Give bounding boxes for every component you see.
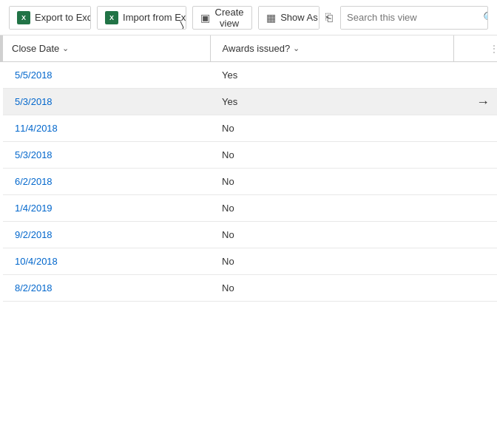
table-row[interactable]: 5/3/2018No <box>1 142 497 169</box>
row-arrow-cell <box>453 222 497 248</box>
export-excel-button[interactable]: X Export to Excel <box>10 7 91 29</box>
awards-issued-label: Awards issued? <box>223 43 291 54</box>
row-arrow-cell <box>453 248 497 275</box>
row-arrow-cell <box>453 62 497 89</box>
row-arrow-cell: → <box>453 89 497 115</box>
table-row[interactable]: 9/2/2018No <box>1 222 497 248</box>
show-as-group: ▦ Show As ▼ <box>258 6 320 30</box>
excel-import-icon: X <box>105 11 118 24</box>
search-button[interactable]: 🔍 <box>477 7 488 29</box>
awards-issued-cell: No <box>210 195 453 222</box>
row-navigate-arrow[interactable]: → <box>476 94 490 109</box>
close-date-cell: 10/4/2018 <box>1 248 210 275</box>
data-table: Close Date ⌄ Awards issued? ⌄ ⋮ <box>0 35 497 302</box>
table-row[interactable]: 6/2/2018No <box>1 169 497 195</box>
column-header-close-date[interactable]: Close Date ⌄ <box>1 35 210 62</box>
awards-issued-cell: No <box>210 248 453 275</box>
import-excel-label: Import from Excel <box>123 12 186 23</box>
search-area: ⎗ 🔍 <box>325 6 488 30</box>
show-as-label: Show As <box>280 12 318 23</box>
show-as-button[interactable]: ▦ Show As <box>259 7 320 29</box>
search-input[interactable] <box>341 7 477 29</box>
export-excel-label: Export to Excel <box>35 12 91 23</box>
sort-icon-awards-issued: ⌄ <box>293 44 300 53</box>
search-box: 🔍 <box>340 6 488 30</box>
close-date-label: Close Date <box>12 43 59 54</box>
import-excel-button[interactable]: X Import from Excel <box>98 7 186 29</box>
close-date-cell: 5/5/2018 <box>1 62 210 89</box>
awards-issued-cell: No <box>210 142 453 169</box>
awards-issued-cell: Yes <box>210 62 453 89</box>
table-header-row: Close Date ⌄ Awards issued? ⌄ ⋮ <box>1 35 497 62</box>
close-date-cell: 6/2/2018 <box>1 169 210 195</box>
awards-issued-cell: No <box>210 222 453 248</box>
import-excel-group: X Import from Excel ▼ 〉 <box>97 6 186 30</box>
table-row[interactable]: 5/3/2018Yes→ <box>1 89 497 115</box>
create-view-button[interactable]: ▣ Create view <box>192 6 252 30</box>
close-date-cell: 9/2/2018 <box>1 222 210 248</box>
filter-icon[interactable]: ⎗ <box>325 11 333 24</box>
row-arrow-cell <box>453 142 497 169</box>
row-arrow-cell <box>453 115 497 142</box>
close-date-cell: 5/3/2018 <box>1 142 210 169</box>
close-date-cell: 11/4/2018 <box>1 115 210 142</box>
export-excel-group: X Export to Excel ▼ <box>9 6 91 30</box>
close-date-cell: 5/3/2018 <box>1 89 210 115</box>
table-row[interactable]: 10/4/2018No <box>1 248 497 275</box>
row-arrow-cell <box>453 169 497 195</box>
excel-icon: X <box>17 11 30 24</box>
column-header-extra: ⋮ <box>453 35 497 62</box>
close-date-cell: 8/2/2018 <box>1 275 210 302</box>
toolbar: X Export to Excel ▼ X Import from Excel … <box>0 0 497 35</box>
awards-issued-cell: No <box>210 115 453 142</box>
awards-issued-cell: Yes <box>210 89 453 115</box>
column-header-awards-issued[interactable]: Awards issued? ⌄ <box>210 35 453 62</box>
show-as-icon: ▦ <box>266 12 276 24</box>
column-resize-icon: ⋮ <box>490 44 497 54</box>
table-row[interactable]: 8/2/2018No <box>1 275 497 302</box>
create-view-label: Create view <box>214 7 244 29</box>
create-view-icon: ▣ <box>200 12 210 24</box>
table-row[interactable]: 11/4/2018No <box>1 115 497 142</box>
search-icon: 🔍 <box>483 11 488 24</box>
row-arrow-cell <box>453 275 497 302</box>
row-arrow-cell <box>453 195 497 222</box>
table-row[interactable]: 5/5/2018Yes <box>1 62 497 89</box>
awards-issued-cell: No <box>210 275 453 302</box>
awards-issued-cell: No <box>210 169 453 195</box>
close-date-cell: 1/4/2019 <box>1 195 210 222</box>
table-container: Close Date ⌄ Awards issued? ⌄ ⋮ <box>0 35 497 302</box>
close-date-resize-handle[interactable] <box>207 35 210 61</box>
awards-issued-resize-handle[interactable] <box>450 35 453 61</box>
sort-icon-close-date: ⌄ <box>62 44 69 53</box>
table-row[interactable]: 1/4/2019No <box>1 195 497 222</box>
